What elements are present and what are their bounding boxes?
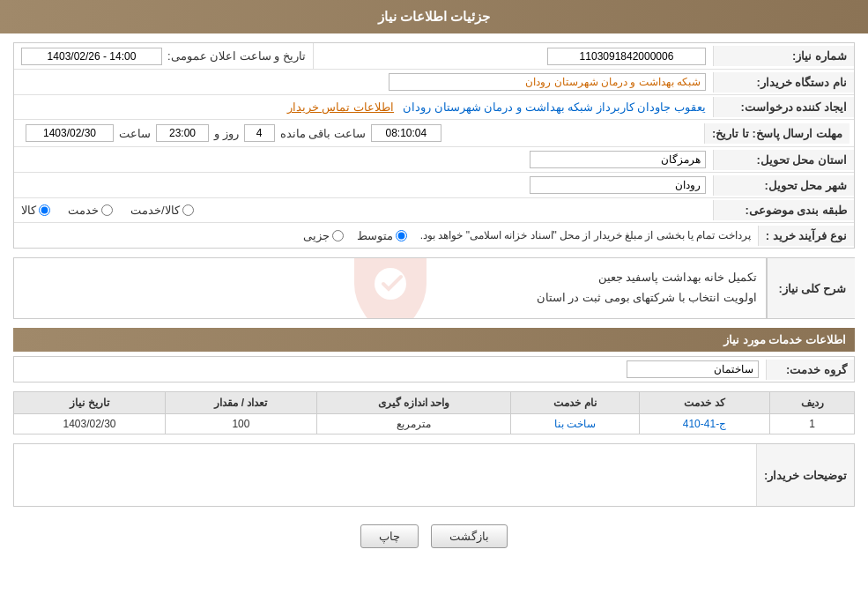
notes-label: توضیحات خریدار: [756, 444, 854, 506]
response-time-input[interactable] [156, 124, 209, 142]
button-row: بازگشت چاپ [13, 516, 855, 561]
col-unit: واحد اندازه گیری [316, 392, 510, 414]
radio-kala-khadamat[interactable] [182, 204, 194, 216]
response-date-section: ساعت باقی مانده روز و ساعت [19, 123, 697, 144]
category-radio-group: کالا/خدمت خدمت کالا [14, 200, 713, 220]
row-response-date: مهلت ارسال پاسخ: تا تاریخ: ساعت باقی مان… [14, 120, 854, 147]
buyer-name-value [14, 70, 713, 94]
col-date: تاریخ نیاز [14, 392, 166, 414]
creator-section: یعقوب جاودان کاربرداز شبکه بهداشت و درما… [14, 97, 713, 117]
need-number-input[interactable] [547, 48, 706, 65]
page-wrapper: جزئیات اطلاعات نیاز شماره نیاز: تاریخ و … [0, 0, 868, 609]
creator-value: یعقوب جاودان کاربرداز شبکه بهداشت و درما… [403, 100, 706, 114]
description-text: تکمیل خانه بهداشت پاسفید جعین اولویت انت… [23, 267, 757, 308]
services-table: ردیف کد خدمت نام خدمت واحد اندازه گیری ت… [13, 391, 855, 434]
need-number-label: شماره نیاز: [713, 46, 854, 66]
cell-row-num: 1 [770, 414, 855, 434]
purchase-motavaset: متوسط [357, 229, 407, 242]
province-input[interactable] [530, 151, 706, 168]
description-label: شرح کلی نیاز: [767, 257, 855, 319]
description-content: تکمیل خانه بهداشت پاسفید جعین اولویت انت… [13, 257, 767, 319]
radio-kala[interactable] [39, 204, 50, 216]
group-label: گروه خدمت: [766, 360, 854, 380]
jazei-label: جزیی [303, 229, 330, 242]
buyer-name-label: نام دستگاه خریدار: [713, 72, 854, 93]
radio-khadamat[interactable] [101, 204, 113, 216]
motavaset-label: متوسط [357, 229, 393, 242]
row-need-number: شماره نیاز: تاریخ و ساعت اعلان عمومی: [14, 43, 854, 70]
province-label: استان محل تحویل: [713, 150, 854, 170]
creator-link[interactable]: اطلاعات تماس خریدار [287, 100, 394, 114]
category-kala: کالا [21, 204, 50, 217]
need-number-value [314, 44, 713, 69]
col-quantity: تعداد / مقدار [166, 392, 317, 414]
services-section-header: اطلاعات خدمات مورد نیاز [13, 328, 855, 352]
cell-unit: مترمربع [316, 414, 510, 434]
row-purchase-type: نوع فرآیند خرید : پرداخت تمام یا بخشی از… [14, 223, 854, 248]
date-input[interactable] [21, 48, 162, 65]
description-line1: تکمیل خانه بهداشت پاسفید جعین [23, 267, 757, 287]
kala-khadamat-label: کالا/خدمت [130, 204, 180, 217]
cell-code: ج-41-410 [639, 414, 769, 434]
purchase-radio-group: متوسط جزیی [303, 229, 407, 242]
cell-date: 1403/02/30 [14, 414, 166, 434]
services-title: اطلاعات خدمات مورد نیاز [723, 333, 846, 346]
buyer-name-input[interactable] [389, 73, 706, 91]
description-label-text: شرح کلی نیاز: [778, 282, 846, 295]
notes-section: توضیحات خریدار: [13, 443, 855, 507]
city-input[interactable] [530, 176, 706, 194]
remaining-label: ساعت باقی مانده [280, 127, 366, 140]
notes-textarea[interactable] [14, 444, 756, 506]
response-remaining-input[interactable] [371, 124, 441, 142]
print-button[interactable]: چاپ [360, 524, 419, 548]
radio-jazei[interactable] [332, 230, 344, 241]
category-label: طبقه بندی موضوعی: [713, 200, 854, 220]
main-content: شماره نیاز: تاریخ و ساعت اعلان عمومی: نا… [0, 33, 868, 570]
response-date-input[interactable] [26, 124, 114, 142]
purchase-note: پرداخت تمام یا بخشی از مبلغ خریدار از مح… [420, 229, 751, 241]
col-code: کد خدمت [639, 392, 769, 414]
group-value [14, 357, 766, 382]
purchase-type-section: پرداخت تمام یا بخشی از مبلغ خریدار از مح… [14, 226, 758, 246]
table-header-row: ردیف کد خدمت نام خدمت واحد اندازه گیری ت… [14, 392, 855, 414]
table-row: 1 ج-41-410 ساخت بنا مترمربع 100 1403/02/… [14, 414, 855, 434]
row-creator: ایجاد کننده درخواست: یعقوب جاودان کاربرد… [14, 95, 854, 120]
days-label: روز و [214, 127, 239, 140]
group-row: گروه خدمت: [13, 356, 855, 382]
col-row-num: ردیف [770, 392, 855, 414]
response-date-label: مهلت ارسال پاسخ: تا تاریخ: [704, 123, 849, 144]
time-label: ساعت [119, 127, 151, 140]
group-input[interactable] [627, 360, 759, 378]
radio-motavaset[interactable] [396, 230, 407, 241]
description-line2: اولویت انتخاب با شرکتهای بومی ثبت در است… [23, 287, 757, 308]
description-section: شرح کلی نیاز: تکمیل خانه بهداشت پاسفید ج… [13, 257, 855, 319]
cell-quantity: 100 [166, 414, 317, 434]
response-days-input[interactable] [244, 124, 275, 142]
back-button[interactable]: بازگشت [431, 524, 508, 548]
page-title: جزئیات اطلاعات نیاز [378, 9, 490, 24]
date-section: تاریخ و ساعت اعلان عمومی: [14, 43, 313, 69]
date-label: تاریخ و ساعت اعلان عمومی: [167, 49, 306, 63]
purchase-type-label: نوع فرآیند خرید : [758, 226, 854, 246]
page-header: جزئیات اطلاعات نیاز [0, 0, 868, 33]
city-value [14, 173, 713, 197]
col-name: نام خدمت [511, 392, 640, 414]
cell-name: ساخت بنا [511, 414, 640, 434]
row-province: استان محل تحویل: [14, 147, 854, 173]
need-number-section: شماره نیاز: [313, 43, 854, 69]
main-info-grid: شماره نیاز: تاریخ و ساعت اعلان عمومی: نا… [13, 42, 855, 249]
province-value [14, 147, 713, 172]
row-buyer-name: نام دستگاه خریدار: [14, 70, 854, 95]
row-city: شهر محل تحویل: [14, 173, 854, 198]
category-kala-khadamat: کالا/خدمت [130, 204, 194, 217]
kala-label: کالا [21, 204, 36, 217]
creator-label: ایجاد کننده درخواست: [713, 97, 854, 117]
services-table-body: 1 ج-41-410 ساخت بنا مترمربع 100 1403/02/… [14, 414, 855, 434]
khadamat-label: خدمت [68, 204, 99, 217]
category-khadamat: خدمت [68, 204, 113, 217]
row-category: طبقه بندی موضوعی: کالا/خدمت خدمت کالا [14, 198, 854, 223]
city-label: شهر محل تحویل: [713, 175, 854, 196]
purchase-jazei: جزیی [303, 229, 344, 242]
